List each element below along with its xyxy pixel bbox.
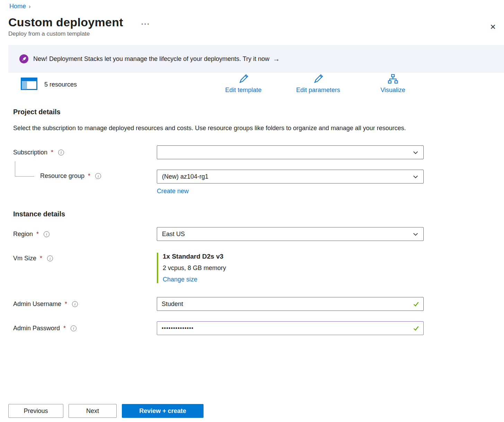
- required-asterisk: *: [51, 149, 53, 156]
- chevron-down-icon: [413, 231, 418, 237]
- required-asterisk: *: [63, 325, 66, 332]
- admin-username-row: Admin Username * i: [0, 297, 504, 311]
- pencil-icon: [313, 80, 324, 86]
- subscription-row: Subscription * i: [0, 145, 504, 159]
- org-chart-icon: [387, 80, 398, 86]
- template-bar: 5 resources Edit template Edit parameter…: [0, 73, 504, 98]
- tree-connector-line: [15, 161, 34, 177]
- resource-group-dropdown[interactable]: (New) az104-rg1: [157, 170, 424, 183]
- region-label: Region: [13, 231, 33, 238]
- banner-message: New! Deployment Stacks let you manage th…: [33, 55, 269, 63]
- resource-group-value: (New) az104-rg1: [162, 173, 208, 180]
- breadcrumb: Home ›: [0, 0, 504, 10]
- required-asterisk: *: [88, 172, 90, 180]
- vm-size-label-group: Vm Size * i: [0, 255, 157, 262]
- deployment-stacks-banner[interactable]: New! Deployment Stacks let you manage th…: [8, 45, 504, 73]
- vm-size-label: Vm Size: [13, 255, 36, 262]
- edit-parameters-label: Edit parameters: [296, 87, 340, 94]
- close-icon[interactable]: ✕: [487, 21, 498, 33]
- info-icon[interactable]: i: [95, 173, 101, 179]
- change-size-link[interactable]: Change size: [163, 276, 197, 283]
- region-value: East US: [162, 231, 185, 238]
- custom-deployment-page: Home › Custom deployment ··· ✕ Deploy fr…: [0, 0, 504, 422]
- chevron-down-icon: [413, 150, 418, 155]
- admin-password-input[interactable]: [157, 321, 424, 335]
- region-label-group: Region * i: [0, 231, 157, 238]
- edit-template-button[interactable]: Edit template: [225, 73, 261, 94]
- chevron-down-icon: [413, 174, 418, 180]
- vm-size-specs: 2 vcpus, 8 GB memory: [163, 264, 424, 272]
- page-title: Custom deployment: [8, 16, 123, 29]
- breadcrumb-chevron-icon: ›: [29, 3, 30, 10]
- check-icon: [413, 300, 420, 309]
- create-new-link[interactable]: Create new: [157, 188, 189, 195]
- info-icon[interactable]: i: [44, 231, 50, 237]
- admin-username-label: Admin Username: [13, 300, 61, 308]
- deployment-form: Subscription * i Resource group * i: [0, 145, 504, 335]
- previous-button[interactable]: Previous: [8, 404, 63, 418]
- required-asterisk: *: [65, 300, 67, 308]
- more-options-icon[interactable]: ···: [141, 20, 150, 28]
- vm-size-row: Vm Size * i 1x Standard D2s v3 2 vcpus, …: [0, 253, 504, 283]
- arrow-right-icon[interactable]: →: [273, 55, 280, 63]
- visualize-button[interactable]: Visualize: [380, 73, 405, 94]
- visualize-label: Visualize: [380, 87, 405, 94]
- info-icon[interactable]: i: [72, 301, 78, 307]
- subscription-dropdown[interactable]: [157, 145, 424, 159]
- wizard-footer: Previous Next Review + create: [8, 404, 204, 418]
- check-icon: [413, 325, 420, 333]
- edit-parameters-button[interactable]: Edit parameters: [296, 73, 340, 94]
- review-create-button[interactable]: Review + create: [122, 404, 204, 418]
- subscription-label: Subscription: [13, 149, 47, 156]
- edit-template-label: Edit template: [225, 87, 261, 94]
- subscription-label-group: Subscription * i: [0, 149, 157, 156]
- region-row: Region * i East US: [0, 227, 504, 241]
- admin-username-label-group: Admin Username * i: [0, 300, 157, 308]
- info-icon[interactable]: i: [47, 255, 53, 261]
- info-icon[interactable]: i: [58, 150, 64, 155]
- page-subtitle: Deploy from a custom template: [8, 30, 504, 37]
- template-resource-summary: 5 resources: [21, 78, 77, 92]
- project-details-heading: Project details: [13, 108, 504, 116]
- pencil-icon: [238, 80, 249, 86]
- admin-password-row: Admin Password * i: [0, 321, 504, 335]
- resource-count-label: 5 resources: [44, 81, 77, 88]
- page-header: Custom deployment ···: [8, 16, 504, 29]
- region-dropdown[interactable]: East US: [157, 227, 424, 241]
- vm-size-summary: 1x Standard D2s v3 2 vcpus, 8 GB memory …: [157, 253, 424, 283]
- admin-password-label: Admin Password: [13, 325, 60, 332]
- next-button[interactable]: Next: [69, 404, 117, 418]
- info-icon[interactable]: i: [71, 325, 76, 331]
- admin-password-label-group: Admin Password * i: [0, 325, 157, 332]
- admin-username-input[interactable]: [157, 297, 424, 311]
- resource-group-label: Resource group: [40, 172, 84, 180]
- resource-group-row: Resource group * i (New) az104-rg1 Creat…: [0, 170, 504, 195]
- instance-details-heading: Instance details: [13, 210, 504, 218]
- required-asterisk: *: [40, 255, 42, 262]
- breadcrumb-home-link[interactable]: Home: [9, 3, 26, 10]
- vm-size-selection: 1x Standard D2s v3: [163, 253, 424, 260]
- required-asterisk: *: [36, 231, 39, 238]
- rocket-icon: [19, 54, 28, 63]
- project-details-description: Select the subscription to manage deploy…: [13, 123, 411, 134]
- resource-group-icon: [21, 78, 37, 92]
